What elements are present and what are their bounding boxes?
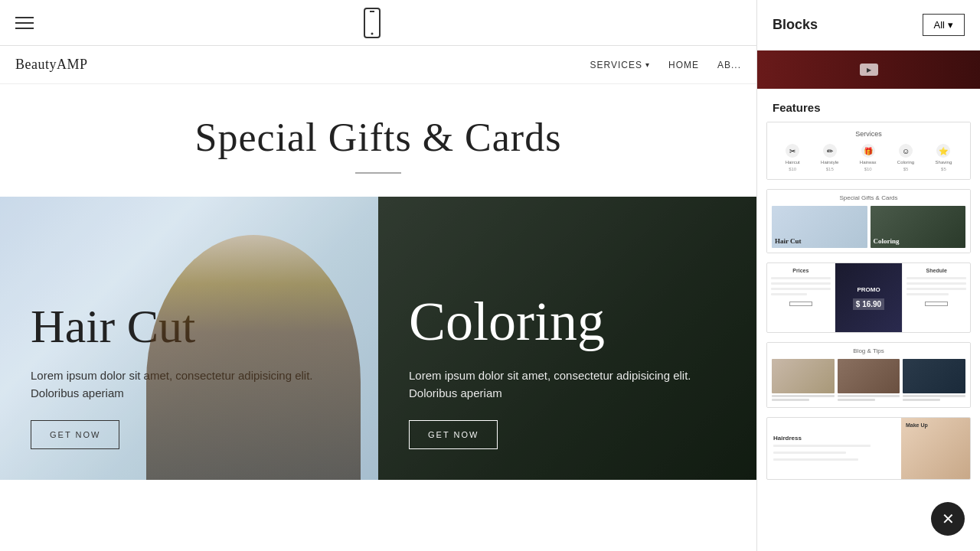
card-coloring-title: Coloring — [409, 292, 726, 352]
service-item-haircut: ✂ Haircut $10 — [786, 144, 800, 171]
blog-preview-content: Blog & Tips — [767, 343, 970, 407]
blog-card-1 — [772, 359, 835, 401]
promo-col-content: PROMO $ 16.90 — [853, 286, 884, 310]
blog-card-2 — [838, 359, 900, 401]
prices-btn-preview — [789, 302, 812, 306]
promo-price: $ 16.90 — [853, 298, 884, 310]
gifts-card-mini-haircut: Hair Cut — [772, 206, 867, 248]
blog-card-3 — [903, 359, 965, 401]
card-haircut-button[interactable]: GET NOW — [31, 420, 119, 449]
makeup-title: Make Up — [906, 422, 928, 428]
main-content: Special Gifts & Cards Hair Cut Lorem ips… — [0, 84, 756, 551]
gifts-mini-coloring-label: Coloring — [874, 237, 900, 245]
three-col-preview: Prices PROMO $ 16.90 Shedule — [767, 263, 970, 332]
blog-preview-title: Blog & Tips — [767, 343, 970, 359]
promo-col-preview: PROMO $ 16.90 — [835, 263, 903, 332]
heading-divider — [355, 172, 401, 174]
nav-services[interactable]: SERVICES ▾ — [590, 60, 650, 70]
nav-about[interactable]: AB... — [717, 60, 741, 70]
prices-col-title: Prices — [771, 268, 831, 273]
services-feature-preview[interactable]: Services ✂ Haircut $10 ✏ Hairstyle $15 🎁 — [766, 122, 971, 180]
gifts-card-mini-coloring: Coloring — [871, 206, 966, 248]
service-item-coloring: ☺ Coloring $5 — [897, 144, 914, 171]
sidebar-content: ▶ Features Services ✂ Haircut $10 ✏ Hair… — [757, 51, 980, 551]
preview-video-block[interactable]: ▶ — [757, 51, 980, 89]
blog-feature-preview[interactable]: Blog & Tips — [766, 342, 971, 408]
services-preview-content: Services ✂ Haircut $10 ✏ Hairstyle $15 🎁 — [767, 122, 970, 179]
card-haircut-desc: Lorem ipsum dolor sit amet, consectetur … — [31, 367, 348, 402]
prices-feature-preview[interactable]: Prices PROMO $ 16.90 Shedule — [766, 262, 971, 333]
card-coloring[interactable]: Coloring Lorem ipsum dolor sit amet, con… — [378, 197, 756, 480]
blog-img-2 — [838, 359, 900, 393]
sidebar-header: Blocks All ▾ — [757, 0, 980, 51]
hairdress-feature-preview[interactable]: Hairdress Make Up — [766, 417, 971, 480]
blog-img-1 — [772, 359, 835, 393]
hairdress-title: Hairdress — [773, 435, 895, 442]
gifts-preview-title: Special Gifts & Cards — [767, 190, 970, 206]
hairstyle-icon: ✏ — [823, 144, 837, 158]
sidebar: Blocks All ▾ ▶ Features Services ✂ Hairc… — [756, 0, 980, 551]
schedule-col-title: Shedule — [906, 268, 966, 273]
gifts-cards-row: Hair Cut Coloring — [767, 206, 970, 253]
section-heading: Special Gifts & Cards — [0, 84, 756, 189]
services-chevron-icon: ▾ — [645, 60, 650, 69]
hairdress-preview-content: Hairdress Make Up — [767, 418, 970, 479]
haircut-icon: ✂ — [786, 144, 799, 158]
hairwax-icon: 🎁 — [861, 144, 875, 158]
navbar: BeautyAMP SERVICES ▾ HOME AB... — [0, 46, 756, 84]
features-section-label: Features — [757, 89, 980, 122]
shaving-icon: ⭐ — [936, 144, 950, 158]
prices-col-preview: Prices — [767, 263, 835, 332]
card-haircut-title: Hair Cut — [31, 300, 348, 352]
gifts-feature-preview[interactable]: Special Gifts & Cards Hair Cut Coloring — [766, 189, 971, 253]
mobile-preview-icon[interactable] — [361, 4, 384, 42]
blog-cards-row — [767, 359, 970, 407]
section-title: Special Gifts & Cards — [15, 115, 741, 160]
service-item-shaving: ⭐ Shaving $5 — [936, 144, 952, 171]
all-chevron-icon: ▾ — [948, 19, 953, 31]
schedule-col-preview: Shedule — [903, 263, 970, 332]
cards-grid: Hair Cut Lorem ipsum dolor sit amet, con… — [0, 197, 756, 480]
services-icons-row: ✂ Haircut $10 ✏ Hairstyle $15 🎁 Hairwax … — [775, 144, 962, 171]
card-haircut-overlay: Hair Cut Lorem ipsum dolor sit amet, con… — [0, 197, 378, 480]
play-icon: ▶ — [860, 64, 878, 76]
gifts-mini-haircut-label: Hair Cut — [775, 237, 802, 245]
close-fab-button[interactable]: ✕ — [931, 502, 965, 536]
card-coloring-overlay: Coloring Lorem ipsum dolor sit amet, con… — [378, 197, 756, 480]
brand-logo: BeautyAMP — [15, 57, 88, 73]
sidebar-title: Blocks — [773, 17, 818, 33]
card-coloring-button[interactable]: GET NOW — [409, 420, 498, 449]
service-item-hairstyle: ✏ Hairstyle $15 — [821, 144, 838, 171]
nav-home[interactable]: HOME — [668, 60, 699, 70]
toolbar — [0, 0, 756, 46]
all-button[interactable]: All ▾ — [923, 14, 965, 36]
hairdress-left-col: Hairdress — [767, 418, 901, 479]
blog-img-3 — [903, 359, 965, 393]
schedule-btn-preview — [925, 302, 948, 306]
service-item-hairwax: 🎁 Hairwax $10 — [860, 144, 877, 171]
hairdress-right-col: Make Up — [901, 418, 970, 479]
coloring-icon: ☺ — [899, 144, 913, 158]
card-coloring-desc: Lorem ipsum dolor sit amet, consectetur … — [409, 367, 726, 402]
nav-links: SERVICES ▾ HOME AB... — [590, 60, 741, 70]
gifts-preview-content: Special Gifts & Cards Hair Cut Coloring — [767, 190, 970, 253]
card-haircut[interactable]: Hair Cut Lorem ipsum dolor sit amet, con… — [0, 197, 378, 480]
svg-point-2 — [371, 32, 374, 34]
close-icon: ✕ — [942, 511, 955, 527]
hamburger-menu-icon[interactable] — [15, 17, 34, 29]
services-preview-title: Services — [775, 130, 962, 138]
